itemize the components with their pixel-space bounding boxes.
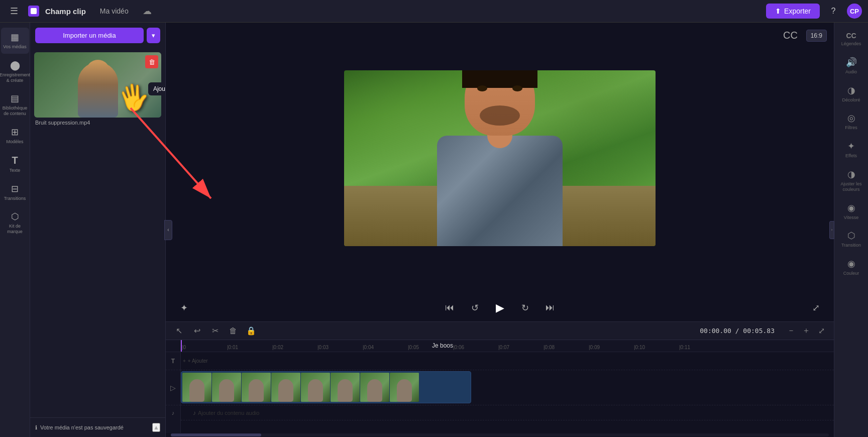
timeline-right-inner: |0 |0:01 |0:02 |0:03 |0:04 |0:05 |0:06 |… xyxy=(181,340,834,433)
media-item[interactable]: 🗑 Ajouter à la chronologie Bruit suppres… xyxy=(34,52,161,126)
skip-forward-button[interactable]: ⏭ xyxy=(542,300,558,316)
legendes-label: Légendes xyxy=(841,41,861,47)
clip-frame-3 xyxy=(242,373,271,402)
import-button[interactable]: Importer un média xyxy=(35,28,144,43)
ruler-mark-9: |0:09 xyxy=(589,345,600,350)
sidebar-item-vos-medias[interactable]: ▦ Vos médias xyxy=(1,28,29,54)
import-dropdown-button[interactable]: ▾ xyxy=(147,28,160,43)
right-sidebar-item-decolore[interactable]: ◑ Décoloré xyxy=(836,81,867,107)
person-silhouette xyxy=(249,379,264,402)
ruler-mark-2: |0:02 xyxy=(272,345,283,350)
video-track-label: ▷ xyxy=(166,370,180,405)
right-sidebar-item-transition[interactable]: ⬡ Transition xyxy=(836,226,867,252)
timeline-area: ↖ ↩ ✂ 🗑 🔒 00:00.00 / 00:05.83 － ＋ ⤢ xyxy=(166,321,834,437)
add-audio-text: Ajouter du contenu audio xyxy=(198,410,259,416)
avatar-button[interactable]: CP xyxy=(847,4,862,19)
add-audio-label[interactable]: ♪ Ajouter du contenu audio xyxy=(193,409,259,416)
add-text-button[interactable]: + + Ajouter xyxy=(183,358,208,364)
ruler-mark-10: |0:10 xyxy=(634,345,645,350)
text-track-label: T xyxy=(166,352,180,370)
zoom-controls: － ＋ ⤢ xyxy=(785,324,828,338)
right-sidebar-item-audio[interactable]: 🔊 Audio xyxy=(836,53,867,79)
help-button[interactable]: ? xyxy=(826,4,841,19)
sidebar-item-enregistrement[interactable]: ⬤ Enregistrement & créate xyxy=(1,56,29,87)
right-collapse-button[interactable]: › xyxy=(829,221,834,239)
ruler-mark-3: |0:03 xyxy=(317,345,329,350)
undo-button[interactable]: ↩ xyxy=(190,324,204,338)
cut-button[interactable]: ✂ xyxy=(208,324,222,338)
scrollbar-track[interactable] xyxy=(171,433,829,436)
zoom-out-button[interactable]: － xyxy=(785,324,798,338)
video-controls: ✦ ⏮ ↺ ▶ ↻ ⏭ ⤢ xyxy=(166,294,834,321)
footer-warning: ℹ Votre média n'est pas sauvegardé xyxy=(35,424,124,431)
vitesse-icon: ◉ xyxy=(847,202,855,213)
magic-enhance-button[interactable]: ✦ xyxy=(176,300,192,316)
ruler-mark-7: |0:07 xyxy=(498,345,509,350)
video-hair xyxy=(462,70,537,88)
aspect-ratio-button[interactable]: 16:9 xyxy=(806,30,827,42)
sidebar-item-transitions[interactable]: ⊟ Transitions xyxy=(1,179,29,205)
right-sidebar-item-ajuster[interactable]: ◑ Ajuster les couleurs xyxy=(836,165,867,196)
footer-expand-button[interactable]: ▲ xyxy=(152,423,160,432)
right-sidebar-item-legendes[interactable]: CC Légendes xyxy=(836,28,867,51)
filtres-icon: ◎ xyxy=(847,113,855,124)
right-sidebar-item-filtres[interactable]: ◎ Filtres xyxy=(836,108,867,135)
timeline-right[interactable]: |0 |0:01 |0:02 |0:03 |0:04 |0:05 |0:06 |… xyxy=(181,340,834,433)
topbar-right: ⬆ Exporter ? CP xyxy=(766,4,862,19)
scrollbar-thumb[interactable] xyxy=(171,433,261,436)
menu-button[interactable]: ☰ xyxy=(6,3,22,19)
ajuster-icon: ◑ xyxy=(847,169,855,180)
right-collapse-icon: › xyxy=(831,228,833,232)
sidebar-item-kit-de-marque[interactable]: ⬡ Kit de marque xyxy=(1,207,29,239)
video-clip[interactable]: 🔊 xyxy=(181,371,471,403)
decolore-icon: ◑ xyxy=(847,85,855,96)
export-button[interactable]: ⬆ Exporter xyxy=(766,4,820,19)
audio-icon: ♪ xyxy=(172,410,175,416)
select-tool-button[interactable]: ↖ xyxy=(172,324,186,338)
person-silhouette xyxy=(189,379,204,402)
right-sidebar-item-effets[interactable]: ✦ Effets xyxy=(836,137,867,163)
text-icon: T xyxy=(171,358,175,365)
expand-timeline-button[interactable]: ⤢ xyxy=(815,324,828,338)
project-name[interactable]: Ma vidéo xyxy=(96,6,133,16)
clip-frame-7 xyxy=(360,373,389,402)
sidebar-item-bibliotheque[interactable]: ▤ Bibliothèque de contenu xyxy=(1,89,29,121)
right-sidebar-item-couleur[interactable]: ◉ Couleur xyxy=(836,254,867,280)
fullscreen-button[interactable]: ⤢ xyxy=(808,300,824,316)
warning-text: Votre média n'est pas sauvegardé xyxy=(40,424,124,430)
ruler-mark-8: |0:08 xyxy=(544,345,555,350)
play-button[interactable]: ▶ xyxy=(492,300,508,316)
timeline-section: T ▷ ♪ |0 |0:0 xyxy=(166,340,834,433)
person-silhouette xyxy=(308,379,323,402)
captions-button[interactable]: CC xyxy=(783,30,798,41)
plus-icon: + xyxy=(183,358,186,364)
forward-button[interactable]: ↻ xyxy=(517,300,533,316)
media-grid: 🗑 Ajouter à la chronologie Bruit suppres… xyxy=(30,48,165,417)
sidebar-item-label: Kit de marque xyxy=(3,224,27,235)
audio-label: Audio xyxy=(845,69,857,75)
couleur-icon: ◉ xyxy=(847,258,855,269)
clip-frame-4 xyxy=(271,373,300,402)
ajuster-label: Ajuster les couleurs xyxy=(838,181,865,192)
vos-medias-icon: ▦ xyxy=(11,32,19,43)
delete-button[interactable]: 🗑 xyxy=(226,324,240,338)
modeles-icon: ⊞ xyxy=(11,127,19,138)
right-sidebar-item-vitesse[interactable]: ◉ Vitesse xyxy=(836,198,867,225)
thumb-person xyxy=(78,62,118,118)
video-eye-right xyxy=(512,85,522,91)
person-silhouette xyxy=(367,379,382,402)
effets-label: Effets xyxy=(845,153,857,159)
sidebar-item-texte[interactable]: T Texte xyxy=(1,151,29,177)
lock-button[interactable]: 🔒 xyxy=(244,324,258,338)
clip-frame-8 xyxy=(390,373,419,402)
skip-back-button[interactable]: ⏮ xyxy=(442,300,458,316)
sidebar-item-modeles[interactable]: ⊞ Modèles xyxy=(1,123,29,149)
timeline-scrollbar[interactable] xyxy=(166,433,834,437)
zoom-in-button[interactable]: ＋ xyxy=(800,324,813,338)
media-panel-header: Importer un média ▾ xyxy=(30,23,165,48)
person-silhouette xyxy=(278,379,293,402)
collapse-panel-button[interactable]: ‹ xyxy=(164,220,172,240)
rewind-button[interactable]: ↺ xyxy=(467,300,483,316)
ruler-text-je-boos: Je boos xyxy=(432,342,453,349)
delete-media-button[interactable]: 🗑 xyxy=(145,55,158,68)
